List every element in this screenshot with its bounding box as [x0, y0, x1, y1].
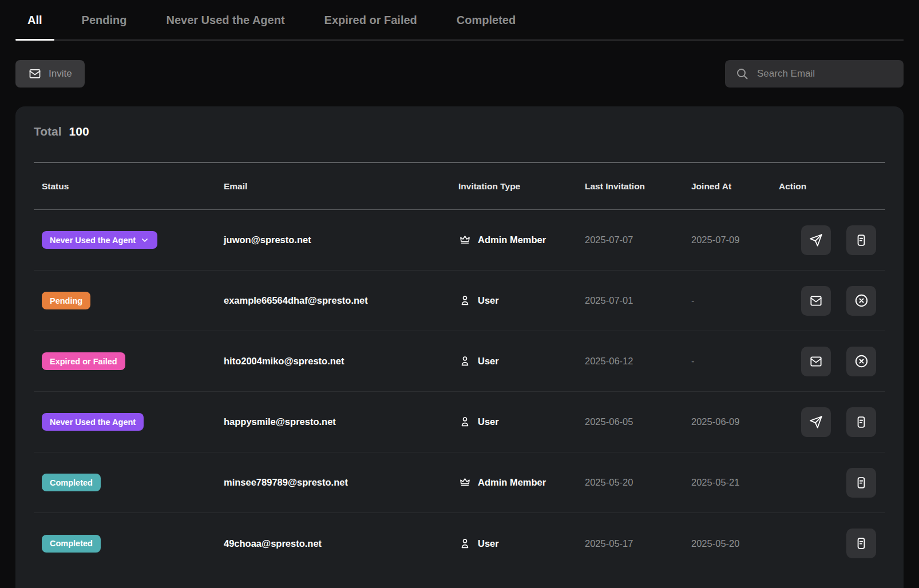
status-badge: Completed	[42, 535, 101, 553]
search-icon	[735, 67, 749, 81]
last-invitation-date: 2025-07-01	[577, 295, 683, 306]
joined-at-date: -	[683, 356, 771, 367]
last-invitation-date: 2025-05-17	[577, 538, 683, 549]
user-icon	[458, 294, 472, 307]
action-buttons	[771, 347, 885, 376]
total-label: Total	[34, 125, 62, 138]
document-icon	[854, 475, 869, 490]
envelope-icon	[28, 67, 42, 81]
column-header-action: Action	[771, 181, 885, 192]
invitation-log-button[interactable]	[846, 225, 876, 255]
cancel-invitation-button[interactable]	[846, 347, 876, 376]
status-badge-label: Completed	[50, 478, 93, 487]
send-invitation-button[interactable]	[801, 407, 831, 437]
status-badge-label: Never Used the Agent	[50, 418, 136, 427]
status-badge-label: Never Used the Agent	[50, 236, 136, 245]
tab-all[interactable]: All	[15, 14, 54, 39]
envelope-icon	[809, 293, 823, 308]
action-buttons	[771, 286, 885, 316]
invitation-type-text: Admin Member	[478, 477, 546, 488]
status-badge-label: Completed	[50, 539, 93, 548]
action-buttons	[771, 468, 885, 498]
search-email-input[interactable]	[757, 68, 893, 80]
email-text: hito2004miko@spresto.net	[224, 356, 344, 367]
user-icon	[458, 355, 472, 368]
document-icon	[854, 536, 869, 551]
toolbar: Invite	[15, 60, 904, 88]
status-badge: Expired or Failed	[42, 352, 125, 370]
invitation-type-text: User	[478, 416, 499, 427]
send-invitation-button[interactable]	[801, 225, 831, 255]
column-header-invitation-type: Invitation Type	[450, 181, 577, 192]
email-text: 49choaa@spresto.net	[224, 538, 322, 549]
status-badge: Pending	[42, 292, 90, 309]
x-circle-icon	[854, 293, 869, 308]
invitations-table: Status Email Invitation Type Last Invita…	[34, 162, 885, 574]
table-row: Never Used the Agent juwon@spresto.net A…	[34, 210, 885, 271]
envelope-icon	[809, 354, 823, 369]
invite-button[interactable]: Invite	[15, 60, 85, 88]
document-icon	[854, 233, 869, 248]
status-badge-label: Pending	[50, 296, 82, 305]
column-header-joined-at: Joined At	[683, 181, 771, 192]
status-badge: Never Used the Agent	[42, 413, 144, 431]
table-body: Never Used the Agent juwon@spresto.net A…	[34, 210, 885, 574]
total-value: 100	[69, 125, 89, 138]
user-icon	[458, 415, 472, 428]
resend-invitation-button[interactable]	[801, 286, 831, 316]
user-icon	[458, 537, 472, 550]
last-invitation-date: 2025-06-05	[577, 416, 683, 427]
invitation-log-button[interactable]	[846, 529, 876, 558]
paper-plane-icon	[809, 415, 823, 430]
tab-pending[interactable]: Pending	[70, 14, 139, 39]
invitation-type-text: User	[478, 356, 499, 367]
invitation-type-text: Admin Member	[478, 235, 546, 245]
joined-at-date: 2025-05-20	[683, 538, 771, 549]
joined-at-date: 2025-06-09	[683, 416, 771, 427]
tab-completed[interactable]: Completed	[445, 14, 528, 39]
action-buttons	[771, 407, 885, 437]
email-text: juwon@spresto.net	[224, 235, 311, 245]
column-header-status: Status	[34, 181, 216, 192]
search-email-box	[725, 60, 904, 88]
email-text: example66564dhaf@spresto.net	[224, 295, 368, 306]
email-text: minsee789789@spresto.net	[224, 477, 348, 488]
cancel-invitation-button[interactable]	[846, 286, 876, 316]
table-row: Never Used the Agent happysmile@spresto.…	[34, 392, 885, 452]
last-invitation-date: 2025-05-20	[577, 477, 683, 488]
x-circle-icon	[854, 353, 869, 369]
table-header-row: Status Email Invitation Type Last Invita…	[34, 162, 885, 210]
status-badge-dropdown[interactable]: Never Used the Agent	[42, 231, 157, 249]
last-invitation-date: 2025-06-12	[577, 356, 683, 367]
invitation-type-text: User	[478, 295, 499, 306]
table-row: Completed 49choaa@spresto.net User 2025-…	[34, 513, 885, 574]
action-buttons	[771, 529, 885, 558]
crown-icon	[458, 476, 472, 489]
table-row: Expired or Failed hito2004miko@spresto.n…	[34, 331, 885, 392]
email-text: happysmile@spresto.net	[224, 416, 336, 427]
invitations-card: Total 100 Status Email Invitation Type L…	[15, 106, 904, 588]
tab-expired-or-failed[interactable]: Expired or Failed	[312, 14, 429, 39]
table-row: Pending example66564dhaf@spresto.net Use…	[34, 271, 885, 331]
invitation-log-button[interactable]	[846, 468, 876, 498]
status-badge-label: Expired or Failed	[50, 357, 117, 366]
tab-never-used-the-agent[interactable]: Never Used the Agent	[154, 14, 296, 39]
resend-invitation-button[interactable]	[801, 347, 831, 376]
invite-button-label: Invite	[49, 68, 72, 80]
total-count: Total 100	[34, 125, 885, 138]
joined-at-date: 2025-07-09	[683, 235, 771, 245]
status-badge: Completed	[42, 474, 101, 491]
document-icon	[854, 415, 869, 430]
action-buttons	[771, 225, 885, 255]
invitation-log-button[interactable]	[846, 407, 876, 437]
column-header-email: Email	[216, 181, 450, 192]
chevron-down-icon	[140, 236, 149, 245]
joined-at-date: -	[683, 295, 771, 306]
last-invitation-date: 2025-07-07	[577, 235, 683, 245]
paper-plane-icon	[809, 233, 823, 248]
invitation-type-text: User	[478, 538, 499, 549]
status-filter-tabs: All Pending Never Used the Agent Expired…	[15, 0, 904, 41]
table-row: Completed minsee789789@spresto.net Admin…	[34, 452, 885, 513]
column-header-last-invitation: Last Invitation	[577, 181, 683, 192]
crown-icon	[458, 233, 472, 247]
